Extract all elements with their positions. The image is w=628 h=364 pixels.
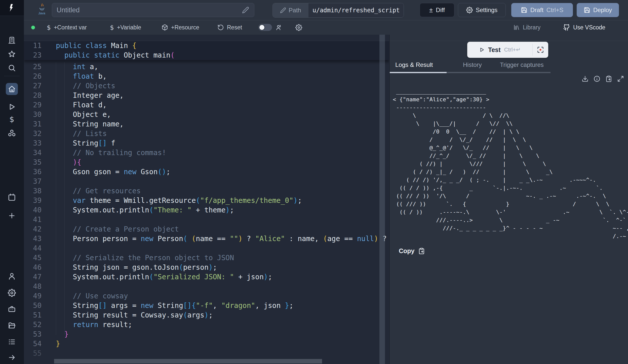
library-label: Library: [523, 24, 540, 31]
save-icon: [584, 7, 590, 13]
code-line: 48: [24, 282, 389, 291]
add-variable-button[interactable]: $ +Variable: [110, 20, 141, 35]
svg-text:Java: Java: [38, 11, 45, 15]
edit-path-pencil-icon: [280, 7, 286, 13]
search-icon: [8, 64, 16, 72]
code-line: 29 Float d,: [24, 100, 389, 110]
clipboard-copy-icon[interactable]: [605, 75, 612, 82]
test-button-group: Test Ctrl+↵: [467, 42, 548, 58]
sidebar-item-variables[interactable]: $: [8, 115, 16, 123]
indent-guide: [56, 62, 56, 335]
reset-label: Reset: [227, 24, 242, 31]
sidebar-item-resources[interactable]: [8, 129, 16, 137]
expand-icon[interactable]: [617, 75, 624, 82]
library-button[interactable]: Library: [513, 20, 540, 35]
tab-history[interactable]: History: [463, 61, 482, 68]
deploy-label: Deploy: [593, 7, 612, 14]
code-line: 52 return result;: [24, 320, 389, 330]
panel-divider: [390, 41, 628, 41]
add-resource-label: +Resource: [171, 24, 199, 31]
play-icon: [8, 103, 16, 111]
tab-logs-result[interactable]: Logs & Result: [395, 61, 433, 68]
capture-run-button[interactable]: [533, 42, 548, 58]
status-dot: [31, 26, 35, 29]
sidebar-item-workspace[interactable]: [8, 36, 16, 44]
sidebar-item-settings[interactable]: [8, 289, 16, 297]
sidebar-item-search[interactable]: [8, 64, 16, 72]
code-line: 55: [24, 349, 389, 358]
deploy-button[interactable]: Deploy: [577, 3, 619, 17]
editor-settings-button[interactable]: [295, 24, 302, 31]
sidebar-item-more[interactable]: [8, 212, 16, 220]
code-line: 40 System.out.println("Theme: " + theme)…: [24, 205, 389, 215]
java-language-badge: Java: [37, 3, 46, 16]
test-button[interactable]: Test Ctrl+↵: [467, 42, 532, 58]
code-line: 33 String[] f: [24, 139, 389, 148]
star-icon: [8, 50, 16, 58]
sidebar-expand-button[interactable]: [8, 353, 16, 361]
editor-sticky-scroll: 11public class Main {23 public static Ob…: [24, 41, 389, 60]
code-line: 11public class Main {: [24, 41, 389, 51]
code-line: 47 System.out.println("Serialized JSON: …: [24, 272, 389, 282]
clipboard-copy-icon: [418, 248, 425, 254]
sidebar-item-audit-logs[interactable]: [8, 338, 16, 346]
github-icon: [563, 24, 570, 31]
settings-button[interactable]: Settings: [458, 3, 506, 17]
active-tab-underline: [390, 72, 447, 73]
building-icon: [8, 36, 16, 44]
code-line: 51 String result = Cowsay.say(args);: [24, 310, 389, 320]
windmill-script-editor: $: [0, 0, 628, 364]
editor-horizontal-scrollbar[interactable]: [54, 359, 322, 363]
sidebar-item-favorites[interactable]: [8, 50, 16, 58]
code-editor[interactable]: 11public class Main {23 public static Ob…: [24, 35, 389, 364]
path-button[interactable]: Path u/admin/refreshed_script: [272, 3, 404, 18]
draft-shortcut: Ctrl+S: [546, 7, 563, 14]
add-context-var-button[interactable]: $ +Context var: [47, 20, 87, 35]
toggle-knob: [259, 24, 265, 30]
code-line: 38 // Get resources: [24, 186, 389, 196]
script-title-input[interactable]: [52, 3, 254, 17]
code-line: 53 }: [24, 330, 389, 339]
code-line: 44: [24, 244, 389, 253]
draft-button[interactable]: Draft Ctrl+S: [511, 3, 573, 17]
reset-button[interactable]: Reset: [217, 20, 242, 35]
path-label-section: Path: [273, 3, 308, 17]
sidebar-item-folders[interactable]: [8, 322, 16, 330]
code-line: 45 // Serialize the Person object to JSO…: [24, 253, 389, 263]
windmill-logo[interactable]: [0, 0, 24, 16]
settings-label: Settings: [476, 7, 498, 14]
diff-button[interactable]: ± Diff: [420, 3, 454, 17]
copy-result-button[interactable]: Copy: [399, 247, 425, 255]
code-line: 54}: [24, 339, 389, 349]
sidebar-item-runs[interactable]: [8, 103, 16, 111]
sidebar-item-workers[interactable]: [8, 305, 16, 313]
path-label: Path: [289, 7, 301, 14]
multiplayer-icon: [275, 24, 282, 31]
download-icon[interactable]: [582, 75, 588, 82]
list-icon: [8, 338, 16, 346]
editor-vertical-scrollbar[interactable]: [379, 35, 385, 364]
code-line: 30 Object e,: [24, 110, 389, 119]
sidebar-item-schedules[interactable]: [8, 193, 16, 201]
folder-open-icon: [8, 322, 16, 330]
dollar-icon: $: [9, 115, 14, 124]
arrow-right-icon: [8, 353, 16, 361]
tab-trigger-captures[interactable]: Trigger captures: [500, 61, 544, 68]
editor-code-lines: 25 int a,26 float b,27 // Objects28 Inte…: [24, 62, 389, 358]
calendar-icon: [8, 193, 16, 201]
multiplayer-button[interactable]: [275, 24, 282, 31]
sidebar-item-home[interactable]: [6, 83, 18, 95]
edit-title-pencil-icon[interactable]: [242, 7, 249, 14]
use-vscode-button[interactable]: Use VScode: [563, 20, 605, 35]
gear-icon: [466, 7, 473, 13]
plus-icon: [8, 212, 16, 220]
home-icon: [8, 85, 16, 93]
sidebar-item-users[interactable]: [8, 272, 16, 280]
info-icon[interactable]: [594, 75, 600, 82]
code-line: 43 Person person = new Person( (name == …: [24, 234, 389, 244]
tab-underline-track: [447, 72, 551, 73]
reset-icon: [217, 24, 224, 31]
user-icon: [8, 272, 16, 280]
editor-toggle[interactable]: [258, 24, 272, 31]
add-resource-button[interactable]: +Resource: [162, 20, 199, 35]
